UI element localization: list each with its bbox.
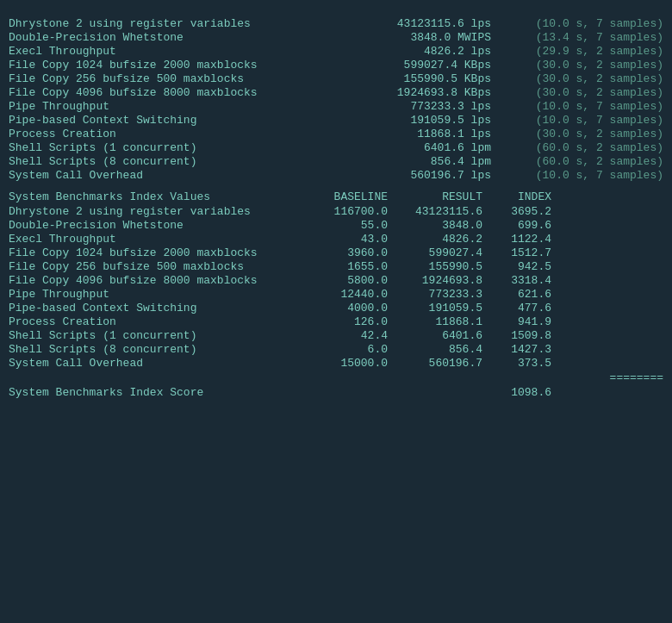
idx-result: 43123115.6	[388, 205, 482, 218]
bench-info: (30.0 s, 2 samples)	[526, 86, 663, 99]
index-row: Pipe-based Context Switching 4000.0 1910…	[9, 302, 663, 315]
idx-name: Double-Precision Whetstone	[9, 219, 302, 232]
index-header: System Benchmarks Index Values BASELINE …	[9, 190, 663, 203]
bench-value: 43123115.6 lps	[336, 17, 491, 30]
idx-index: 1427.3	[482, 343, 551, 356]
index-row: Dhrystone 2 using register variables 116…	[9, 205, 663, 218]
idx-result: 6401.6	[388, 329, 482, 342]
idx-name: Pipe-based Context Switching	[9, 302, 302, 315]
idx-index: 621.6	[482, 288, 551, 301]
idx-baseline: 1655.0	[302, 260, 388, 273]
idx-name: Execl Throughput	[9, 233, 302, 246]
benchmark-row: Dhrystone 2 using register variables 431…	[9, 17, 663, 30]
bench-info: (10.0 s, 7 samples)	[526, 100, 663, 113]
bench-value: 155990.5 KBps	[336, 72, 491, 85]
index-row: Pipe Throughput 12440.0 773233.3 621.6	[9, 288, 663, 301]
idx-baseline: 42.4	[302, 329, 388, 342]
bench-info: (13.4 s, 7 samples)	[526, 31, 663, 44]
benchmark-row: Shell Scripts (1 concurrent) 6401.6 lpm …	[9, 141, 663, 154]
bench-name: File Copy 1024 bufsize 2000 maxblocks	[9, 59, 302, 72]
score-baseline-spacer	[302, 386, 388, 399]
idx-baseline: 5800.0	[302, 274, 388, 287]
idx-name: Shell Scripts (1 concurrent)	[9, 329, 302, 342]
bench-name: Pipe-based Context Switching	[9, 114, 302, 127]
benchmark-row: System Call Overhead 560196.7 lps (10.0 …	[9, 169, 663, 182]
bench-name: Shell Scripts (8 concurrent)	[9, 155, 302, 168]
bench-value: 599027.4 KBps	[336, 59, 491, 72]
idx-baseline: 6.0	[302, 343, 388, 356]
idx-name: File Copy 256 bufsize 500 maxblocks	[9, 260, 302, 273]
index-row: System Call Overhead 15000.0 560196.7 37…	[9, 357, 663, 370]
bench-name: Pipe Throughput	[9, 100, 302, 113]
bench-value: 773233.3 lps	[336, 100, 491, 113]
idx-baseline: 55.0	[302, 219, 388, 232]
index-header-result: RESULT	[388, 190, 482, 203]
idx-index: 3695.2	[482, 205, 551, 218]
bench-name: Execl Throughput	[9, 45, 302, 58]
score-row: System Benchmarks Index Score 1098.6	[9, 386, 663, 399]
bench-info: (60.0 s, 2 samples)	[526, 141, 663, 154]
bench-name: System Call Overhead	[9, 169, 302, 182]
idx-name: Dhrystone 2 using register variables	[9, 205, 302, 218]
idx-result: 773233.3	[388, 288, 482, 301]
index-header-name: System Benchmarks Index Values	[9, 190, 302, 203]
bench-info: (60.0 s, 2 samples)	[526, 155, 663, 168]
idx-result: 155990.5	[388, 260, 482, 273]
bench-value: 3848.0 MWIPS	[336, 31, 491, 44]
idx-baseline: 15000.0	[302, 357, 388, 370]
score-value: 1098.6	[482, 386, 551, 399]
idx-baseline: 12440.0	[302, 288, 388, 301]
bench-value: 560196.7 lps	[336, 169, 491, 182]
bench-name: Double-Precision Whetstone	[9, 31, 302, 44]
idx-result: 599027.4	[388, 246, 482, 259]
idx-name: System Call Overhead	[9, 357, 302, 370]
idx-result: 856.4	[388, 343, 482, 356]
idx-index: 1512.7	[482, 246, 551, 259]
bench-value: 11868.1 lps	[336, 128, 491, 140]
idx-result: 1924693.8	[388, 274, 482, 287]
bench-value: 1924693.8 KBps	[336, 86, 491, 99]
idx-name: File Copy 4096 bufsize 8000 maxblocks	[9, 274, 302, 287]
score-label: System Benchmarks Index Score	[9, 386, 302, 399]
idx-result: 11868.1	[388, 315, 482, 328]
index-row: File Copy 1024 bufsize 2000 maxblocks 39…	[9, 246, 663, 259]
idx-baseline: 3960.0	[302, 246, 388, 259]
idx-index: 1509.8	[482, 329, 551, 342]
bench-name: Process Creation	[9, 128, 302, 140]
benchmark-row: Process Creation 11868.1 lps (30.0 s, 2 …	[9, 128, 663, 140]
equals-line: ========	[9, 371, 663, 384]
idx-name: Pipe Throughput	[9, 288, 302, 301]
idx-index: 477.6	[482, 302, 551, 315]
idx-index: 373.5	[482, 357, 551, 370]
benchmark-row: File Copy 256 bufsize 500 maxblocks 1559…	[9, 72, 663, 85]
bench-value: 856.4 lpm	[336, 155, 491, 168]
benchmark-row: Pipe Throughput 773233.3 lps (10.0 s, 7 …	[9, 100, 663, 113]
bench-name: File Copy 256 bufsize 500 maxblocks	[9, 72, 302, 85]
index-header-baseline: BASELINE	[302, 190, 388, 203]
bench-name: File Copy 4096 bufsize 8000 maxblocks	[9, 86, 302, 99]
bench-info: (10.0 s, 7 samples)	[526, 17, 663, 30]
idx-result: 3848.0	[388, 219, 482, 232]
benchmark-row: Execl Throughput 4826.2 lps (29.9 s, 2 s…	[9, 45, 663, 58]
index-header-index: INDEX	[482, 190, 551, 203]
index-row: Shell Scripts (8 concurrent) 6.0 856.4 1…	[9, 343, 663, 356]
index-row: File Copy 256 bufsize 500 maxblocks 1655…	[9, 260, 663, 273]
index-section: System Benchmarks Index Values BASELINE …	[9, 190, 663, 399]
bench-info: (29.9 s, 2 samples)	[526, 45, 663, 58]
idx-name: Shell Scripts (8 concurrent)	[9, 343, 302, 356]
idx-baseline: 4000.0	[302, 302, 388, 315]
bench-info: (10.0 s, 7 samples)	[526, 114, 663, 127]
index-row: File Copy 4096 bufsize 8000 maxblocks 58…	[9, 274, 663, 287]
idx-result: 4826.2	[388, 233, 482, 246]
bench-info: (10.0 s, 7 samples)	[526, 169, 663, 182]
index-row: Execl Throughput 43.0 4826.2 1122.4	[9, 233, 663, 246]
bench-name: Dhrystone 2 using register variables	[9, 17, 302, 30]
bench-info: (30.0 s, 2 samples)	[526, 128, 663, 140]
benchmark-row: Pipe-based Context Switching 191059.5 lp…	[9, 114, 663, 127]
index-row: Double-Precision Whetstone 55.0 3848.0 6…	[9, 219, 663, 232]
bench-name: Shell Scripts (1 concurrent)	[9, 141, 302, 154]
idx-baseline: 116700.0	[302, 205, 388, 218]
bench-info: (30.0 s, 2 samples)	[526, 72, 663, 85]
benchmark-row: File Copy 4096 bufsize 8000 maxblocks 19…	[9, 86, 663, 99]
idx-index: 3318.4	[482, 274, 551, 287]
